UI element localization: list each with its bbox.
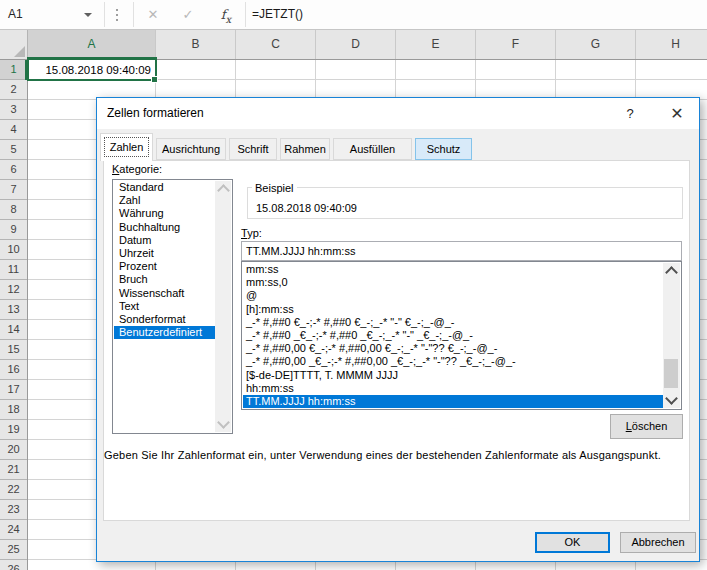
- category-item[interactable]: Standard: [114, 181, 215, 194]
- column-header-G[interactable]: G: [556, 30, 636, 59]
- column-header-H[interactable]: H: [636, 30, 707, 59]
- row-header-16[interactable]: 16: [0, 360, 27, 380]
- row-header-6[interactable]: 6: [0, 160, 27, 180]
- row-header-20[interactable]: 20: [0, 440, 27, 460]
- row-header-11[interactable]: 11: [0, 260, 27, 280]
- category-item[interactable]: Text: [114, 300, 215, 313]
- separator: [133, 2, 134, 27]
- row-header-12[interactable]: 12: [0, 280, 27, 300]
- format-item[interactable]: @: [243, 289, 663, 302]
- column-header-A[interactable]: A: [28, 30, 156, 59]
- example-groupbox: Beispiel 15.08.2018 09:40:09: [247, 187, 683, 219]
- insert-function-icon[interactable]: fx: [218, 0, 234, 29]
- row-header-5[interactable]: 5: [0, 140, 27, 160]
- row-header-22[interactable]: 22: [0, 480, 27, 500]
- format-item[interactable]: [$-de-DE]TTTT, T. MMMM JJJJ: [243, 369, 663, 382]
- row-header-3[interactable]: 3: [0, 100, 27, 120]
- dialog-titlebar[interactable]: Zellen formatieren ? ✕: [97, 98, 699, 129]
- name-box-dropdown-icon[interactable]: [84, 13, 92, 17]
- row-header-18[interactable]: 18: [0, 400, 27, 420]
- category-list[interactable]: StandardZahlWährungBuchhaltungDatumUhrze…: [112, 179, 233, 434]
- tab-rahmen[interactable]: Rahmen: [280, 138, 330, 160]
- format-item[interactable]: [h]:mm:ss: [243, 303, 663, 316]
- row-header-13[interactable]: 13: [0, 300, 27, 320]
- format-item[interactable]: mm:ss,0: [243, 276, 663, 289]
- column-header-C[interactable]: C: [236, 30, 316, 59]
- category-item[interactable]: Buchhaltung: [114, 221, 215, 234]
- format-cells-dialog: Zellen formatieren ? ✕ ZahlenAusrichtung…: [96, 97, 700, 562]
- column-header-D[interactable]: D: [316, 30, 396, 59]
- row-header-26[interactable]: 26: [0, 560, 27, 570]
- tab-schrift[interactable]: Schrift: [229, 138, 277, 160]
- row-header-10[interactable]: 10: [0, 240, 27, 260]
- enter-icon[interactable]: ✓: [181, 0, 195, 29]
- column-header-F[interactable]: F: [476, 30, 556, 59]
- category-item[interactable]: Währung: [114, 207, 215, 220]
- help-icon[interactable]: ?: [615, 98, 645, 129]
- close-icon[interactable]: ✕: [662, 98, 692, 129]
- drag-dots-icon[interactable]: [116, 9, 118, 21]
- row-header-1[interactable]: 1: [0, 60, 27, 80]
- scrollbar-thumb[interactable]: [664, 359, 678, 388]
- row-header-15[interactable]: 15: [0, 340, 27, 360]
- row-header-23[interactable]: 23: [0, 500, 27, 520]
- column-header-B[interactable]: B: [156, 30, 236, 59]
- format-item[interactable]: hh:mm:ss: [243, 382, 663, 395]
- scroll-down-icon[interactable]: [217, 416, 230, 429]
- select-all-corner[interactable]: [0, 30, 28, 59]
- tab-ausfüllen[interactable]: Ausfüllen: [333, 138, 412, 160]
- dialog-title: Zellen formatieren: [107, 98, 204, 129]
- row-header-24[interactable]: 24: [0, 520, 27, 540]
- scroll-up-icon[interactable]: [665, 266, 678, 279]
- example-value: 15.08.2018 09:40:09: [256, 202, 357, 214]
- category-item[interactable]: Sonderformat: [114, 313, 215, 326]
- row-header-19[interactable]: 19: [0, 420, 27, 440]
- category-item[interactable]: Prozent: [114, 260, 215, 273]
- fill-handle[interactable]: [151, 76, 158, 83]
- category-item[interactable]: Zahl: [114, 194, 215, 207]
- fx-sub: x: [226, 14, 232, 25]
- format-list[interactable]: mm:ssmm:ss,0@[h]:mm:ss_-* #,##0 €_-;-* #…: [241, 261, 682, 410]
- scroll-down-icon[interactable]: [665, 392, 678, 405]
- type-input[interactable]: TT.MM.JJJJ hh:mm:ss: [241, 241, 682, 261]
- formula-input[interactable]: =JETZT(): [252, 0, 303, 29]
- format-item[interactable]: _-* #,##0,00 _€_-;-* #,##0,00 _€_-;_-* "…: [243, 355, 663, 368]
- select-all-triangle-icon: [14, 46, 25, 57]
- format-item[interactable]: _-* #,##0 _€_-;-* #,##0 _€_-;_-* "-" _€_…: [243, 329, 663, 342]
- dialog-tabs: ZahlenAusrichtungSchriftRahmenAusfüllenS…: [100, 133, 472, 161]
- row-header-14[interactable]: 14: [0, 320, 27, 340]
- tab-schutz[interactable]: Schutz: [415, 138, 472, 160]
- ok-button[interactable]: OK: [535, 532, 610, 553]
- category-scrollbar[interactable]: [215, 181, 231, 432]
- separator: [245, 2, 246, 27]
- category-item[interactable]: Uhrzeit: [114, 247, 215, 260]
- row-header-2[interactable]: 2: [0, 80, 27, 100]
- category-item[interactable]: Datum: [114, 234, 215, 247]
- delete-button[interactable]: Löschen: [610, 414, 683, 439]
- row-header-8[interactable]: 8: [0, 200, 27, 220]
- name-box[interactable]: A1: [0, 0, 104, 29]
- category-label: Kategorie:: [112, 163, 162, 175]
- tab-zahlen[interactable]: Zahlen: [100, 133, 153, 161]
- category-item[interactable]: Benutzerdefiniert: [114, 326, 215, 339]
- scroll-up-icon[interactable]: [217, 184, 230, 197]
- cancel-button[interactable]: Abbrechen: [620, 532, 696, 553]
- category-item[interactable]: Bruch: [114, 273, 215, 286]
- dialog-help-text: Geben Sie Ihr Zahlenformat ein, unter Ve…: [104, 449, 689, 461]
- cancel-icon[interactable]: ✕: [146, 0, 160, 29]
- category-item[interactable]: Wissenschaft: [114, 287, 215, 300]
- row-header-4[interactable]: 4: [0, 120, 27, 140]
- column-header-E[interactable]: E: [396, 30, 476, 59]
- tab-ausrichtung[interactable]: Ausrichtung: [156, 138, 226, 160]
- row-header-7[interactable]: 7: [0, 180, 27, 200]
- format-scrollbar[interactable]: [663, 263, 680, 408]
- row-header-9[interactable]: 9: [0, 220, 27, 240]
- format-item[interactable]: TT.MM.JJJJ hh:mm:ss: [243, 395, 663, 408]
- row-header-17[interactable]: 17: [0, 380, 27, 400]
- row-header-21[interactable]: 21: [0, 460, 27, 480]
- format-item[interactable]: _-* #,##0 €_-;-* #,##0 €_-;_-* "-" €_-;_…: [243, 316, 663, 329]
- format-item[interactable]: mm:ss: [243, 263, 663, 276]
- format-item[interactable]: _-* #,##0,00 €_-;-* #,##0,00 €_-;_-* "-"…: [243, 342, 663, 355]
- row-header-25[interactable]: 25: [0, 540, 27, 560]
- column-headers: ABCDEFGH: [0, 30, 707, 60]
